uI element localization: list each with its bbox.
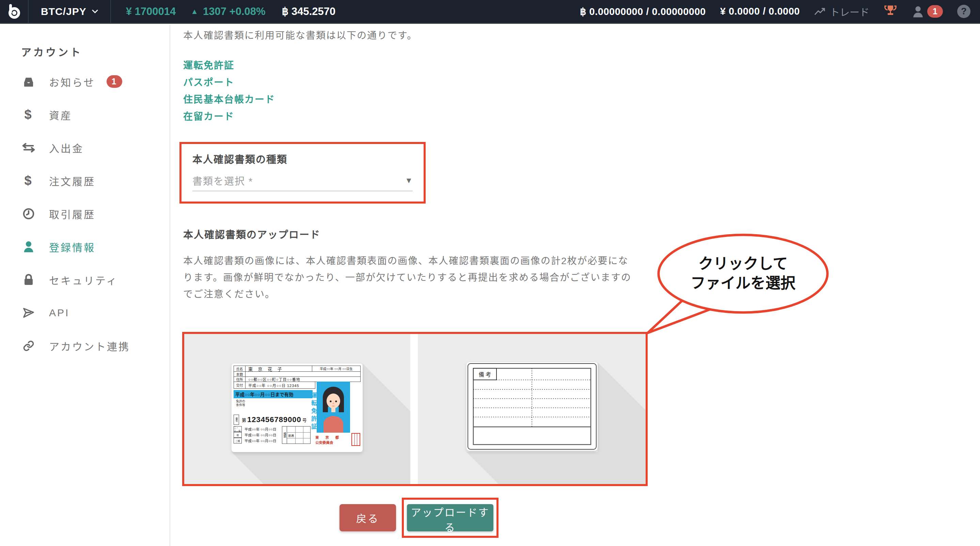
user-menu[interactable]: 1 — [912, 5, 943, 18]
license-name: 東 京 花 子 — [245, 366, 312, 372]
sidebar-item-label: 取引履歴 — [49, 206, 95, 221]
intro-text: 本人確認書類に利用可能な書類は以下の通りです。 — [183, 28, 417, 41]
btc-balance: ฿ 0.00000000 / 0.00000000 — [580, 6, 706, 17]
license-number-row: 番号 第 123456789000 号 — [234, 414, 307, 425]
pair-selector[interactable]: BTC/JPY — [29, 0, 111, 23]
bubble-line2: ファイルを選択 — [690, 275, 796, 291]
license-photo — [317, 382, 350, 433]
logo-b-icon — [6, 3, 22, 21]
sidebar-item-deposit-withdraw[interactable]: 入出金 — [0, 131, 170, 164]
license-address: ○○都○○区○○町○丁目○○番地 — [245, 376, 300, 382]
sidebar-item-assets[interactable]: $ 資産 — [0, 98, 170, 131]
sidebar-item-account-link[interactable]: アカウント連携 — [0, 329, 170, 362]
topbar-right: ฿ 0.00000000 / 0.00000000 ¥ 0.0000 / 0.0… — [580, 5, 980, 19]
license-address-label: 住所 — [234, 377, 245, 382]
upload-button[interactable]: アップロードする — [407, 504, 493, 532]
portrait-woman-icon — [317, 382, 350, 433]
sidebar-item-api[interactable]: API — [0, 296, 170, 329]
select-placeholder: 書類を選択 * — [192, 173, 253, 187]
back-button[interactable]: 戻る — [339, 504, 396, 532]
topbar: BTC/JPY ¥ 1700014 ▲ 1307 +0.08% ฿ 345.25… — [0, 0, 980, 24]
sidebar-item-label: 登録情報 — [49, 239, 95, 254]
license-issue-label: 交付 — [234, 382, 245, 388]
person-icon — [21, 241, 36, 253]
lock-icon — [21, 274, 36, 286]
price-ticker: ¥ 1700014 ▲ 1307 +0.08% ฿ 345.2570 — [111, 5, 351, 18]
license-name-label: 氏名 — [234, 366, 245, 371]
license-back-sample: 備 考 — [466, 362, 598, 451]
chevron-down-icon — [92, 10, 98, 13]
sidebar-item-label: アカウント連携 — [49, 338, 130, 353]
upload-dropzone-back[interactable]: 備 考 — [418, 334, 646, 484]
doc-link-drivers-license[interactable]: 運転免許証 — [183, 58, 234, 71]
license-birth: 平成○○年 ○○月 ○○日生 — [312, 366, 360, 371]
sidebar-item-news[interactable]: お知らせ 1 — [0, 65, 170, 98]
link-icon — [21, 340, 36, 352]
dollar-icon: $ — [21, 173, 36, 188]
inbox-icon — [21, 76, 36, 87]
up-triangle-icon: ▲ — [191, 7, 198, 16]
bubble-line1: クリックして — [698, 255, 788, 272]
upload-section-title: 本人確認書類のアップロード — [183, 227, 320, 241]
license-class-grid: 種類 普通 — [282, 426, 310, 444]
trophy-icon[interactable] — [884, 5, 897, 19]
license-issue: 平成○○年 ○○月○○日 12345 — [245, 383, 299, 388]
sidebar-item-trade-history[interactable]: 取引履歴 — [0, 197, 170, 230]
license-valid-until: 平成○○年○○月○○日まで有効 — [234, 390, 313, 398]
sidebar-item-registration-info[interactable]: 登録情報 — [0, 230, 170, 263]
jpy-balance: ¥ 0.0000 / 0.0000 — [720, 6, 800, 17]
authority-stamp-icon — [352, 433, 360, 446]
license-front-sample: 氏名 東 京 花 子 平成○○年 ○○月 ○○日生 本籍 住所 ○○都○○区○○… — [232, 363, 363, 452]
doc-link-passport[interactable]: パスポート — [183, 75, 234, 89]
document-type-title: 本人確認書類の種類 — [192, 151, 287, 166]
sidebar-item-order-history[interactable]: $ 注文履歴 — [0, 164, 170, 197]
document-type-highlight-box: 本人確認書類の種類 書類を選択 * ▼ — [180, 142, 426, 203]
sidebar-header: アカウント — [21, 44, 170, 59]
sidebar-item-label: 注文履歴 — [49, 173, 95, 188]
sidebar-item-security[interactable]: セキュリティ — [0, 263, 170, 296]
sidebar-item-label: 入出金 — [49, 140, 84, 155]
notification-badge: 1 — [927, 5, 943, 18]
license-registered-label: 本籍 — [234, 372, 245, 376]
sidebar-item-label: お知らせ — [49, 74, 95, 89]
transfer-icon — [21, 143, 36, 153]
person-icon — [912, 5, 924, 18]
sidebar-item-label: 資産 — [49, 107, 72, 122]
license-conditions: 免許の 条件等 — [236, 400, 245, 407]
license-number: 123456789000 — [247, 415, 301, 424]
help-icon[interactable]: ? — [957, 5, 970, 18]
remarks-label: 備 考 — [479, 372, 491, 378]
upload-description: 本人確認書類の画像には、本人確認書類表面の画像、本人確認書類裏面の画像の計2枚が… — [183, 252, 638, 303]
license-number-label: 番号 — [234, 414, 239, 425]
click-to-select-annotation: クリックして ファイルを選択 — [644, 229, 834, 341]
news-badge: 1 — [107, 75, 122, 88]
sidebar-item-label: セキュリティ — [49, 272, 118, 287]
trade-link[interactable]: トレード — [814, 5, 869, 19]
license-back-table: 備 考 — [466, 362, 598, 451]
trade-label: トレード — [830, 5, 869, 19]
license-authority: 東 京 都 公安委員会 — [315, 435, 342, 445]
ticker-btc-index: ฿ 345.2570 — [282, 5, 336, 18]
doc-link-residence-card[interactable]: 在留カード — [183, 109, 234, 122]
bitbank-logo[interactable] — [0, 0, 29, 23]
paper-plane-icon — [21, 307, 36, 319]
pair-label: BTC/JPY — [41, 6, 86, 17]
sidebar-item-label: API — [49, 307, 70, 319]
ticker-price: ¥ 1700014 — [126, 5, 176, 18]
document-type-select[interactable]: 書類を選択 * ▼ — [192, 170, 413, 191]
ticker-change: 1307 +0.08% — [203, 5, 266, 18]
history-icon — [21, 208, 36, 219]
account-verification-page: BTC/JPY ¥ 1700014 ▲ 1307 +0.08% ฿ 345.25… — [0, 0, 980, 546]
dollar-icon: $ — [21, 107, 36, 122]
upload-highlight-box: 氏名 東 京 花 子 平成○○年 ○○月 ○○日生 本籍 住所 ○○都○○区○○… — [182, 332, 648, 486]
doc-link-resident-card[interactable]: 住民基本台帳カード — [183, 92, 275, 106]
sidebar-menu: お知らせ 1 $ 資産 入出金 $ 注文履歴 — [0, 65, 170, 362]
upload-button-highlight-box: アップロードする — [402, 498, 498, 538]
sidebar: アカウント お知らせ 1 $ 資産 入出金 — [0, 25, 170, 546]
upload-dropzone-front[interactable]: 氏名 東 京 花 子 平成○○年 ○○月 ○○日生 本籍 住所 ○○都○○区○○… — [184, 334, 410, 484]
trending-up-icon — [814, 7, 826, 16]
select-caret-icon: ▼ — [405, 176, 413, 185]
